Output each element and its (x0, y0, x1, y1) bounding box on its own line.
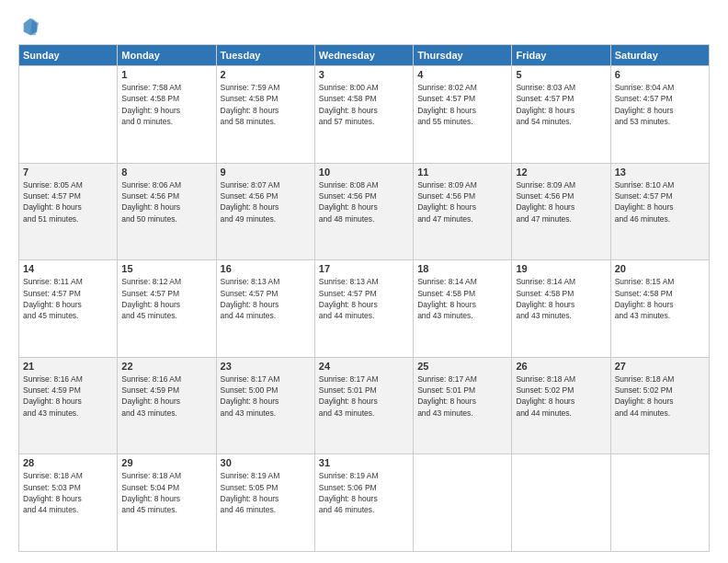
day-info: Sunrise: 8:13 AMSunset: 4:57 PMDaylight:… (319, 276, 409, 321)
weekday-header-sunday: Sunday (19, 45, 118, 66)
calendar-cell: 6Sunrise: 8:04 AMSunset: 4:57 PMDaylight… (610, 66, 709, 164)
day-info: Sunrise: 8:08 AMSunset: 4:56 PMDaylight:… (319, 179, 409, 224)
day-info: Sunrise: 8:03 AMSunset: 4:57 PMDaylight:… (516, 82, 606, 127)
day-info: Sunrise: 8:17 AMSunset: 5:01 PMDaylight:… (417, 373, 507, 419)
calendar-week-row: 7Sunrise: 8:05 AMSunset: 4:57 PMDaylight… (19, 163, 710, 260)
calendar-cell: 8Sunrise: 8:06 AMSunset: 4:56 PMDaylight… (118, 163, 216, 260)
day-number: 9 (221, 167, 311, 178)
day-info: Sunrise: 8:16 AMSunset: 4:59 PMDaylight:… (23, 373, 113, 419)
weekday-header-friday: Friday (512, 45, 610, 66)
calendar-cell: 20Sunrise: 8:15 AMSunset: 4:58 PMDayligh… (610, 260, 709, 358)
day-number: 25 (417, 361, 507, 372)
logo-icon (20, 17, 40, 37)
calendar-cell: 14Sunrise: 8:11 AMSunset: 4:57 PMDayligh… (19, 260, 118, 358)
day-number: 7 (23, 167, 113, 178)
day-number: 14 (23, 263, 113, 274)
calendar-cell: 1Sunrise: 7:58 AMSunset: 4:58 PMDaylight… (118, 66, 216, 164)
calendar-cell: 10Sunrise: 8:08 AMSunset: 4:56 PMDayligh… (314, 163, 413, 260)
day-info: Sunrise: 8:15 AMSunset: 4:58 PMDaylight:… (615, 276, 705, 321)
calendar-cell: 4Sunrise: 8:02 AMSunset: 4:57 PMDaylight… (414, 66, 512, 164)
calendar-week-row: 14Sunrise: 8:11 AMSunset: 4:57 PMDayligh… (19, 260, 710, 358)
day-number: 6 (615, 69, 705, 80)
calendar-cell: 2Sunrise: 7:59 AMSunset: 4:58 PMDaylight… (216, 66, 314, 164)
day-info: Sunrise: 8:05 AMSunset: 4:57 PMDaylight:… (23, 179, 113, 224)
day-info: Sunrise: 8:18 AMSunset: 5:03 PMDaylight:… (23, 470, 113, 515)
day-number: 16 (221, 263, 311, 274)
calendar-cell: 12Sunrise: 8:09 AMSunset: 4:56 PMDayligh… (512, 163, 610, 260)
weekday-header-monday: Monday (118, 45, 216, 66)
day-number: 31 (319, 457, 409, 468)
day-info: Sunrise: 8:17 AMSunset: 5:00 PMDaylight:… (221, 373, 311, 419)
weekday-header-saturday: Saturday (610, 45, 709, 66)
day-number: 1 (121, 69, 211, 80)
calendar-cell: 25Sunrise: 8:17 AMSunset: 5:01 PMDayligh… (414, 357, 512, 454)
day-number: 26 (516, 361, 606, 372)
day-number: 11 (417, 167, 507, 178)
calendar-cell (19, 66, 118, 164)
calendar-table: SundayMondayTuesdayWednesdayThursdayFrid… (18, 44, 710, 552)
day-number: 27 (615, 361, 705, 372)
calendar-cell: 22Sunrise: 8:16 AMSunset: 4:59 PMDayligh… (118, 357, 216, 454)
calendar-cell: 3Sunrise: 8:00 AMSunset: 4:58 PMDaylight… (314, 66, 413, 164)
day-info: Sunrise: 8:02 AMSunset: 4:57 PMDaylight:… (417, 82, 507, 127)
calendar-cell: 29Sunrise: 8:18 AMSunset: 5:04 PMDayligh… (118, 454, 216, 552)
day-number: 13 (615, 167, 705, 178)
header (18, 17, 710, 37)
day-info: Sunrise: 8:18 AMSunset: 5:02 PMDaylight:… (615, 373, 705, 419)
day-info: Sunrise: 8:12 AMSunset: 4:57 PMDaylight:… (121, 276, 211, 321)
day-info: Sunrise: 8:10 AMSunset: 4:57 PMDaylight:… (615, 179, 705, 224)
calendar-cell: 18Sunrise: 8:14 AMSunset: 4:58 PMDayligh… (414, 260, 512, 358)
day-info: Sunrise: 8:09 AMSunset: 4:56 PMDaylight:… (417, 179, 507, 224)
day-info: Sunrise: 7:58 AMSunset: 4:58 PMDaylight:… (121, 82, 211, 127)
day-number: 5 (516, 69, 606, 80)
day-number: 28 (23, 457, 113, 468)
day-number: 12 (516, 167, 606, 178)
day-info: Sunrise: 8:16 AMSunset: 4:59 PMDaylight:… (121, 373, 211, 419)
day-number: 10 (319, 167, 409, 178)
day-info: Sunrise: 8:06 AMSunset: 4:56 PMDaylight:… (121, 179, 211, 224)
calendar-cell: 13Sunrise: 8:10 AMSunset: 4:57 PMDayligh… (610, 163, 709, 260)
calendar-cell: 27Sunrise: 8:18 AMSunset: 5:02 PMDayligh… (610, 357, 709, 454)
day-number: 23 (221, 361, 311, 372)
calendar-cell: 30Sunrise: 8:19 AMSunset: 5:05 PMDayligh… (216, 454, 314, 552)
day-number: 29 (121, 457, 211, 468)
day-info: Sunrise: 8:14 AMSunset: 4:58 PMDaylight:… (516, 276, 606, 321)
calendar-week-row: 21Sunrise: 8:16 AMSunset: 4:59 PMDayligh… (19, 357, 710, 454)
calendar-cell: 23Sunrise: 8:17 AMSunset: 5:00 PMDayligh… (216, 357, 314, 454)
day-number: 18 (417, 263, 507, 274)
day-info: Sunrise: 8:09 AMSunset: 4:56 PMDaylight:… (516, 179, 606, 224)
day-info: Sunrise: 8:19 AMSunset: 5:06 PMDaylight:… (319, 470, 409, 515)
day-info: Sunrise: 8:11 AMSunset: 4:57 PMDaylight:… (23, 276, 113, 321)
calendar-cell (414, 454, 512, 552)
calendar-cell (610, 454, 709, 552)
day-info: Sunrise: 8:18 AMSunset: 5:02 PMDaylight:… (516, 373, 606, 419)
logo (18, 20, 40, 37)
day-info: Sunrise: 8:18 AMSunset: 5:04 PMDaylight:… (121, 470, 211, 515)
weekday-header-wednesday: Wednesday (314, 45, 413, 66)
calendar-cell: 5Sunrise: 8:03 AMSunset: 4:57 PMDaylight… (512, 66, 610, 164)
calendar-week-row: 1Sunrise: 7:58 AMSunset: 4:58 PMDaylight… (19, 66, 710, 164)
day-info: Sunrise: 8:13 AMSunset: 4:57 PMDaylight:… (221, 276, 311, 321)
page: SundayMondayTuesdayWednesdayThursdayFrid… (0, 0, 728, 563)
calendar-week-row: 28Sunrise: 8:18 AMSunset: 5:03 PMDayligh… (19, 454, 710, 552)
day-info: Sunrise: 8:07 AMSunset: 4:56 PMDaylight:… (221, 179, 311, 224)
calendar-cell: 21Sunrise: 8:16 AMSunset: 4:59 PMDayligh… (19, 357, 118, 454)
day-info: Sunrise: 8:19 AMSunset: 5:05 PMDaylight:… (221, 470, 311, 515)
calendar-cell: 9Sunrise: 8:07 AMSunset: 4:56 PMDaylight… (216, 163, 314, 260)
calendar-cell: 31Sunrise: 8:19 AMSunset: 5:06 PMDayligh… (314, 454, 413, 552)
day-number: 19 (516, 263, 606, 274)
calendar-cell: 15Sunrise: 8:12 AMSunset: 4:57 PMDayligh… (118, 260, 216, 358)
calendar-cell: 26Sunrise: 8:18 AMSunset: 5:02 PMDayligh… (512, 357, 610, 454)
day-number: 17 (319, 263, 409, 274)
day-info: Sunrise: 8:14 AMSunset: 4:58 PMDaylight:… (417, 276, 507, 321)
day-number: 22 (121, 361, 211, 372)
day-number: 20 (615, 263, 705, 274)
calendar-cell (512, 454, 610, 552)
calendar-cell: 11Sunrise: 8:09 AMSunset: 4:56 PMDayligh… (414, 163, 512, 260)
day-number: 15 (121, 263, 211, 274)
calendar-cell: 28Sunrise: 8:18 AMSunset: 5:03 PMDayligh… (19, 454, 118, 552)
calendar-cell: 24Sunrise: 8:17 AMSunset: 5:01 PMDayligh… (314, 357, 413, 454)
calendar-cell: 7Sunrise: 8:05 AMSunset: 4:57 PMDaylight… (19, 163, 118, 260)
day-number: 2 (221, 69, 311, 80)
weekday-header-row: SundayMondayTuesdayWednesdayThursdayFrid… (19, 45, 710, 66)
